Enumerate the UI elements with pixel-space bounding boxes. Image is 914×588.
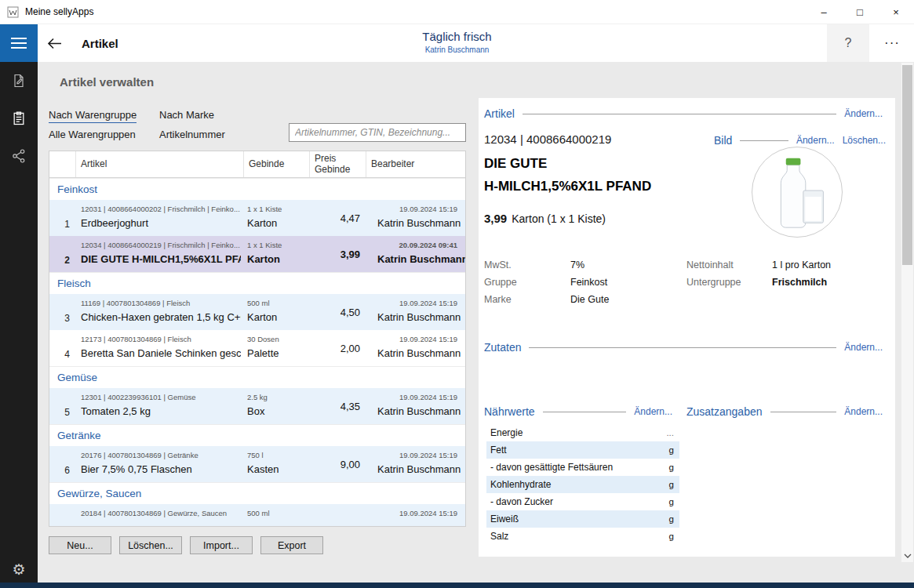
image-section-title: Bild [714, 134, 732, 147]
nutrition-row[interactable]: Kohlenhydrateg [486, 476, 679, 493]
nutrition-name: Salz [486, 531, 669, 542]
row-gebinde-cell: 1 x 1 KisteKarton [244, 236, 310, 272]
row-number: 1 [49, 200, 76, 236]
table-row[interactable]: 112031 | 4008664000202 | Frischmilch | F… [49, 200, 465, 236]
nutrition-row[interactable]: Eiweißg [486, 510, 679, 528]
row-editor-name: Katrin Buschmann [377, 217, 465, 229]
table-row[interactable]: 620176 | 4007801304869 | GetränkeBier 7,… [49, 446, 465, 482]
table-row[interactable]: 512301 | 4002239936101 | GemüseTomaten 2… [49, 388, 465, 424]
minimize-button[interactable]: – [806, 0, 842, 24]
settings-gear-icon[interactable]: ⚙ [0, 561, 38, 578]
nutrition-row[interactable]: Salzg [486, 528, 679, 545]
nutrition-unit: g [669, 497, 679, 506]
row-number: 2 [49, 236, 76, 272]
row-gebinde-info: 1 x 1 Kiste [247, 205, 310, 213]
column-header-number [49, 151, 76, 177]
divider [523, 114, 836, 114]
row-article-name: Tomaten 2,5 kg [81, 405, 241, 417]
row-editor-cell: 19.09.2024 15:19Katrin Buschmann [366, 200, 465, 236]
row-gebinde-info: 30 Dosen [247, 335, 310, 343]
tab-nach-marke[interactable]: Nach Marke [159, 109, 214, 122]
sidebar-item-orders[interactable] [0, 62, 38, 100]
price-unit: Karton (1 x 1 Kiste) [512, 212, 606, 225]
scrollbar-down-button[interactable] [901, 549, 913, 562]
delete-button[interactable]: Löschen... [119, 536, 182, 554]
row-gebinde-cell: 750 lKasten [244, 446, 310, 482]
row-gebinde-name: Karton [247, 217, 310, 229]
row-gebinde-cell: 1 x 1 KisteKarton [244, 200, 310, 236]
close-button[interactable]: × [878, 0, 914, 24]
import-button[interactable]: Import... [190, 536, 253, 554]
ingredients-section-title: Zutaten [484, 341, 521, 354]
delete-image-link[interactable]: Löschen... [843, 135, 886, 146]
nutrition-row[interactable]: - davon Zuckerg [486, 493, 679, 510]
warengruppe-filter-dropdown[interactable]: Alle Warengruppen [49, 129, 136, 140]
help-button[interactable]: ? [827, 24, 869, 62]
export-button[interactable]: Export [260, 536, 323, 554]
table-row[interactable]: 311169 | 4007801304869 | FleischChicken-… [49, 294, 465, 330]
change-ingredients-link[interactable]: Ändern... [844, 342, 883, 353]
more-options-button[interactable]: ··· [876, 24, 908, 62]
row-edit-date: 19.09.2024 15:19 [377, 205, 465, 213]
row-gebinde-info: 1 x 1 Kiste [247, 241, 310, 249]
change-article-link[interactable]: Ändern... [844, 108, 883, 119]
row-price: 2,00 [310, 330, 366, 366]
hamburger-menu-icon[interactable] [0, 24, 38, 62]
artikelnummer-filter-label[interactable]: Artikelnummer [159, 129, 225, 140]
row-gebinde-cell: 2.5 kgBox [244, 388, 310, 424]
column-header-artikel[interactable]: Artikel [76, 151, 244, 177]
table-header-row: Artikel Gebinde Preis Gebinde Bearbeiter [49, 151, 465, 178]
row-article-info: 20184 | 4007801304869 | Gewürze, Saucen [81, 509, 241, 517]
nutrition-row[interactable]: - davon gesättigte Fettsäureng [486, 459, 679, 476]
row-article-cell: 20184 | 4007801304869 | Gewürze, Saucen [76, 504, 244, 527]
tab-nach-warengruppe[interactable]: Nach Warengruppe [49, 109, 137, 123]
detail-panel: Artikel Ändern... 12034 | 4008664000219 … [479, 98, 895, 557]
row-number: 3 [49, 294, 76, 330]
field-label-gruppe: Gruppe [484, 277, 517, 288]
change-nutrition-link[interactable]: Ändern... [634, 406, 672, 417]
row-edit-date: 19.09.2024 15:19 [377, 335, 465, 343]
table-group-header: Fleisch [49, 272, 465, 294]
nutrition-row[interactable]: Fettg [486, 441, 679, 459]
row-editor-cell: 19.09.2024 15:19Katrin Buschmann [366, 446, 465, 482]
row-article-info: 12301 | 4002239936101 | Gemüse [81, 393, 241, 401]
maximize-button[interactable]: □ [842, 0, 878, 24]
change-image-link[interactable]: Ändern... [796, 135, 835, 146]
company-name: Täglich frisch [0, 30, 914, 43]
row-number: 4 [49, 330, 76, 366]
nutrition-table: Energie...Fettg- davon gesättigte Fettsä… [486, 424, 679, 545]
row-gebinde-info: 500 ml [247, 509, 310, 517]
nutrition-row[interactable]: Energie... [486, 424, 679, 441]
search-input[interactable] [289, 123, 466, 142]
new-button[interactable]: Neu... [49, 536, 111, 554]
row-price: 4,47 [310, 200, 366, 236]
row-price: 9,00 [310, 446, 366, 482]
row-article-name: Erdbeerjoghurt [81, 217, 241, 229]
table-row[interactable]: 212034 | 4008664000219 | Frischmilch | F… [49, 236, 465, 272]
column-header-preis[interactable]: Preis Gebinde [310, 151, 366, 177]
row-edit-date: 19.09.2024 15:19 [377, 393, 465, 401]
window-title: Meine sellyApps [25, 6, 93, 17]
field-value-marke: Die Gute [570, 294, 609, 305]
row-gebinde-cell: 500 ml [244, 504, 310, 527]
additional-section-title: Zusatzangaben [686, 405, 763, 418]
scrollbar-thumb[interactable] [902, 65, 912, 265]
row-article-cell: 12173 | 4007801304869 | FleischBeretta S… [76, 330, 244, 366]
sidebar-item-articles[interactable] [0, 100, 38, 137]
table-row[interactable]: 412173 | 4007801304869 | FleischBeretta … [49, 330, 465, 366]
nutrition-name: Fett [486, 445, 669, 456]
row-number [49, 504, 76, 527]
change-additional-link[interactable]: Ändern... [844, 406, 883, 417]
back-button[interactable] [47, 24, 74, 62]
vertical-scrollbar[interactable] [901, 63, 913, 562]
row-article-name: DIE GUTE H-MILCH1,5%6X1L PFA... [81, 253, 241, 265]
sidebar-item-network[interactable] [0, 137, 38, 175]
row-gebinde-cell: 30 DosenPalette [244, 330, 310, 366]
column-header-bearbeiter[interactable]: Bearbeiter [366, 151, 465, 177]
table-row[interactable]: 20184 | 4007801304869 | Gewürze, Saucen5… [49, 504, 465, 527]
row-editor-cell: 19.09.2024 15:19 [366, 504, 465, 527]
column-header-gebinde[interactable]: Gebinde [244, 151, 310, 177]
product-image[interactable] [752, 147, 843, 238]
row-editor-cell: 19.09.2024 15:19Katrin Buschmann [366, 330, 465, 366]
row-gebinde-cell: 500 mlKarton [244, 294, 310, 330]
